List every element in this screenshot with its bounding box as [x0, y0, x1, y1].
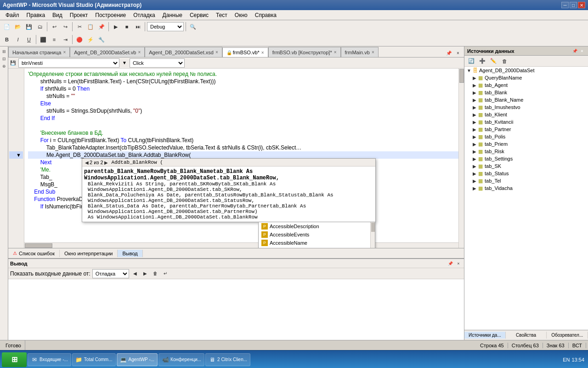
- menu-test[interactable]: Тест: [212, 11, 231, 19]
- close-button[interactable]: ✕: [578, 2, 585, 8]
- align-center-button[interactable]: ≡: [49, 34, 59, 45]
- bottom-tab-output[interactable]: Вывод: [118, 250, 142, 257]
- rp-btn3[interactable]: ✏️: [488, 56, 498, 66]
- sidebar-icon-2[interactable]: ⊟: [1, 56, 7, 62]
- tree-item-tab_Polis[interactable]: ▶ ▦ tab_Polis: [464, 133, 588, 140]
- copy-button[interactable]: 📋: [85, 22, 96, 32]
- menu-data[interactable]: Данные: [159, 11, 186, 19]
- tree-item-tab_Risk[interactable]: ▶ ▦ tab_Risk: [464, 148, 588, 155]
- autocomplete-next[interactable]: ▶: [104, 160, 108, 165]
- redo-button[interactable]: ↪: [60, 22, 70, 32]
- expand-queryBlanName[interactable]: ▶: [472, 75, 477, 80]
- tree-item-tab_Agent[interactable]: ▶ ▦ tab_Agent: [464, 81, 588, 89]
- paste-button[interactable]: 📌: [96, 22, 107, 32]
- debug-dropdown[interactable]: Debug: [147, 22, 184, 31]
- tab-pin-button[interactable]: 📌: [445, 49, 453, 57]
- output-clear-button[interactable]: 🗑: [151, 270, 159, 278]
- align-left-button[interactable]: ⬛: [38, 34, 48, 45]
- menu-file[interactable]: Файл: [2, 11, 23, 19]
- autocomplete-prev[interactable]: ◀: [85, 160, 89, 165]
- maximize-button[interactable]: □: [570, 2, 577, 8]
- menu-build[interactable]: Построение: [91, 11, 130, 19]
- stop-button[interactable]: ■: [122, 22, 132, 32]
- tree-item-tab_Blank[interactable]: ▶ ▦ tab_Blank: [464, 89, 588, 96]
- tree-item-tab_Imushestvo[interactable]: ▶ ▦ tab_Imushestvo: [464, 104, 588, 111]
- right-panel-close-button[interactable]: ×: [579, 48, 585, 54]
- tree-item-tab_Vidacha[interactable]: ▶ ▦ tab_Vidacha: [464, 184, 588, 192]
- expand-tab_Status[interactable]: ▶: [472, 171, 477, 176]
- new-button[interactable]: 📄: [2, 22, 12, 32]
- tree-item-tab_Priem[interactable]: ▶ ▦ tab_Priem: [464, 140, 588, 148]
- output-btn1[interactable]: ◀: [131, 270, 139, 278]
- tab-home-close[interactable]: ×: [63, 50, 66, 55]
- output-source-dropdown[interactable]: Отладка: [92, 269, 129, 278]
- rp-bottom-tab-browser[interactable]: Обозревател...: [547, 332, 588, 339]
- expand-tab_Imushestvo[interactable]: ▶: [472, 104, 477, 110]
- tab-frmbso-designer[interactable]: frmBSO.vb [Конструктор]* ×: [268, 47, 341, 57]
- tab-frmbso-designer-close[interactable]: ×: [334, 50, 337, 55]
- cut-button[interactable]: ✂: [74, 22, 85, 32]
- expand-tab_SK[interactable]: ▶: [472, 163, 477, 169]
- misc-button[interactable]: 🔧: [96, 34, 107, 45]
- save-all-button[interactable]: 🗂: [35, 22, 45, 32]
- bold-button[interactable]: B: [2, 34, 12, 45]
- expand-tab_Blank_Name[interactable]: ▶: [472, 97, 477, 103]
- tree-item-tab_Partner[interactable]: ▶ ▦ tab_Partner: [464, 126, 588, 133]
- expand-tab_Agent[interactable]: ▶: [472, 82, 477, 88]
- tree-item-tab_Status[interactable]: ▶ ▦ tab_Status: [464, 170, 588, 177]
- menu-edit[interactable]: Правка: [23, 11, 49, 19]
- tab-frmbso-close[interactable]: ×: [261, 50, 264, 55]
- sidebar-icon-1[interactable]: ⊞: [1, 48, 7, 55]
- expand-tab_Priem[interactable]: ▶: [472, 141, 477, 147]
- dropdown-item-2[interactable]: P AccessibleEvents: [259, 230, 375, 239]
- taskbar-btn-3[interactable]: 💻 AgentWP -...: [117, 353, 158, 366]
- output-wrap-button[interactable]: ↵: [161, 270, 170, 278]
- tab-frmmain[interactable]: frmMain.vb ×: [341, 47, 379, 57]
- rp-bottom-tab-sources[interactable]: Источники да...: [464, 332, 506, 339]
- db-expand[interactable]: ▼: [466, 68, 472, 73]
- dropdown-scroll-thumb[interactable]: [371, 223, 375, 232]
- start-button[interactable]: ▶: [111, 22, 121, 32]
- start-button[interactable]: ⊞: [2, 352, 27, 367]
- output-pin-button[interactable]: 📌: [447, 260, 454, 267]
- tab-close-all-button[interactable]: ×: [454, 49, 462, 57]
- tab-dataset-xsd-close[interactable]: ×: [215, 50, 218, 55]
- taskbar-btn-5[interactable]: 🖥 2 Citrix Clien...: [205, 353, 250, 366]
- h-scrollbar-thumb[interactable]: [25, 243, 52, 248]
- tab-frmmain-close[interactable]: ×: [372, 50, 374, 55]
- dropdown-item-3[interactable]: P AccessibleName: [259, 239, 375, 247]
- menu-window[interactable]: Окно: [231, 11, 251, 19]
- step-button[interactable]: ⏭: [133, 22, 143, 32]
- expand-tab_Partner[interactable]: ▶: [472, 126, 477, 132]
- tab-dataset-vb[interactable]: Agent_DB_2000DataSet.vb ×: [70, 47, 145, 57]
- code-object-dropdown[interactable]: btnVnesti: [18, 58, 119, 68]
- expand-tab_Blank[interactable]: ▶: [472, 90, 477, 95]
- menu-help[interactable]: Справка: [251, 11, 280, 19]
- expand-tab_Kvitancii[interactable]: ▶: [472, 119, 477, 125]
- vertical-scrollbar[interactable]: [458, 69, 464, 248]
- expand-tab_Klient[interactable]: ▶: [472, 112, 477, 117]
- menu-view[interactable]: Вид: [49, 11, 66, 19]
- breakpoint-button[interactable]: 🔴: [74, 34, 85, 45]
- expand-tab_Tel[interactable]: ▶: [472, 178, 477, 184]
- tree-item-tab_Settings[interactable]: ▶ ▦ tab_Settings: [464, 155, 588, 162]
- taskbar-btn-1[interactable]: ✉ Входящие -...: [28, 353, 71, 366]
- bottom-tab-errors[interactable]: ⚠ Список ошибок: [8, 250, 60, 257]
- code-event-dropdown[interactable]: Click: [130, 58, 185, 68]
- dropdown-scrollbar[interactable]: [370, 222, 375, 248]
- right-panel-pin-button[interactable]: 📌: [571, 48, 578, 54]
- indent-button[interactable]: ⇥: [60, 34, 70, 45]
- expand-tab_Settings[interactable]: ▶: [472, 156, 477, 161]
- output-btn2[interactable]: ▶: [141, 270, 149, 278]
- italic-button[interactable]: I: [13, 34, 23, 45]
- menu-project[interactable]: Проект: [66, 11, 92, 19]
- output-content[interactable]: [8, 279, 464, 340]
- scrollbar-thumb[interactable]: [459, 69, 464, 83]
- rp-btn4[interactable]: 🗑: [499, 56, 509, 66]
- tree-item-tab_SK[interactable]: ▶ ▦ tab_SK: [464, 162, 588, 170]
- menu-service[interactable]: Сервис: [186, 11, 212, 19]
- bottom-tab-interp[interactable]: Окно интерпретации: [60, 250, 118, 257]
- expand-tab_Polis[interactable]: ▶: [472, 134, 477, 139]
- horizontal-scrollbar[interactable]: [24, 242, 458, 248]
- open-button[interactable]: 📂: [13, 22, 23, 32]
